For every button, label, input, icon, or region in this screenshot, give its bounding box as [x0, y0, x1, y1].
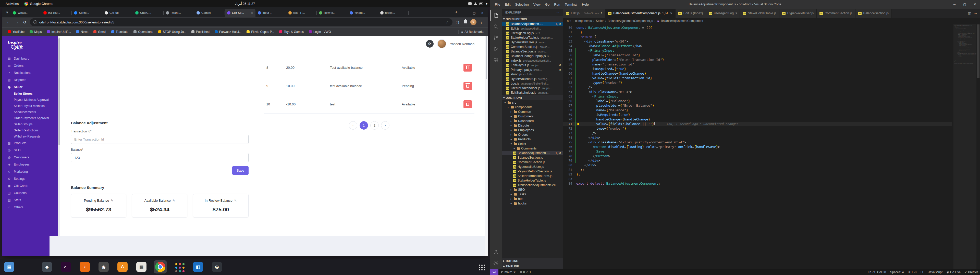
bookmark-item[interactable]: Flavio Copes P...: [245, 29, 276, 34]
edit-pencil-icon[interactable]: ✎: [234, 199, 237, 202]
indentation-item[interactable]: Spaces: 4: [888, 269, 906, 275]
open-editors-header[interactable]: ▾ OPEN EDITORS: [502, 16, 563, 22]
sidebar-item-gift-cards[interactable]: ▣Gift Cards: [2, 182, 58, 190]
tree-folder-customers[interactable]: ▸Customers: [502, 114, 563, 119]
sidebar-item-dashboard[interactable]: ▦Dashboard: [2, 55, 58, 62]
tree-file-hyperwalletuser-js[interactable]: JSHyperwalletUser.js: [502, 164, 563, 169]
tree-file-balanceadjustmentc-[interactable]: JSBalanceAdjustmentC...1, M: [502, 151, 563, 155]
more-actions-icon[interactable]: ⋯: [974, 11, 977, 15]
open-editor-item[interactable]: JSindex.jssrc/pages/Seller/Sell...: [502, 58, 563, 63]
tree-file-payoutmethodsection-js[interactable]: JSPayoutMethodSection.js: [502, 169, 563, 174]
open-editor-item[interactable]: JSBalanceAdjustmentC...1, M: [502, 22, 563, 26]
bookmark-item[interactable]: STOP Using Ja...: [156, 29, 188, 34]
user-avatar[interactable]: [437, 39, 446, 48]
settings-gear-icon[interactable]: [490, 258, 502, 269]
tree-file-sellerinformationform-js[interactable]: JSSellerInformationForm.js: [502, 174, 563, 178]
encoding-item[interactable]: UTF-8: [906, 269, 918, 275]
sidebar-item-coupons[interactable]: ◫Coupons: [2, 190, 58, 197]
sidebar-scrollbar[interactable]: [58, 36, 60, 256]
menu-run[interactable]: Run: [552, 3, 563, 6]
delete-button[interactable]: [463, 100, 472, 108]
lightbulb-icon[interactable]: [577, 123, 579, 125]
dock-icon-firefox[interactable]: [21, 260, 35, 273]
tree-file-transactionadjustmentsec-[interactable]: JSTransactionAdjustmentSec...: [502, 183, 563, 187]
breadcrumb-item[interactable]: src: [567, 19, 571, 23]
extensions-icon[interactable]: [462, 20, 469, 24]
editor-tab[interactable]: JSuserAgentLog.js: [706, 9, 740, 18]
sidebar-subitem-order-payments-approval[interactable]: Order Payments Approval: [2, 115, 58, 121]
menu-help[interactable]: Help: [579, 3, 591, 6]
sidebar-item-stats[interactable]: ▥Stats: [2, 197, 58, 204]
close-button[interactable]: ✕: [970, 3, 980, 6]
tree-folder-comments[interactable]: ▸Comments: [502, 146, 563, 151]
remote-indicator[interactable]: ><: [490, 269, 498, 275]
bookmark-item[interactable]: Maps: [27, 29, 44, 34]
open-editor-item[interactable]: JSHyperwalletUser.jssrc/co...: [502, 40, 563, 44]
bookmark-item[interactable]: Published: [189, 29, 212, 34]
dock-icon-rhythmbox[interactable]: ♪: [78, 260, 91, 273]
tree-folder-seo[interactable]: ▸SEO: [502, 187, 563, 192]
breadcrumb-item[interactable]: BalanceAdjustmentComponent.js: [608, 19, 653, 23]
maximize-button[interactable]: ▢: [959, 3, 970, 6]
sidebar-subitem-seller-payout-methods[interactable]: Seller Payout Methods: [2, 103, 58, 109]
open-editor-item[interactable]: JSstring.jssrc/utils: [502, 72, 563, 77]
dock-icon-terminal[interactable]: >_: [59, 260, 73, 273]
menu-file[interactable]: File: [493, 3, 503, 6]
explorer-actions-icon[interactable]: ⋯: [557, 11, 559, 14]
open-editor-item[interactable]: JSCreateStakeholder.jssrc/pa...: [502, 86, 563, 90]
pagination-next[interactable]: ›: [381, 121, 390, 130]
menu-selection[interactable]: Selection: [513, 3, 531, 6]
browser-tab[interactable]: input ...: [256, 9, 286, 17]
search-icon[interactable]: [490, 21, 502, 32]
open-editor-item[interactable]: JSEditPayout.jssrc/pa...M: [502, 63, 563, 68]
forward-button[interactable]: →: [14, 20, 20, 24]
tree-folder-common[interactable]: ▸Common: [502, 109, 563, 114]
tree-folder-tasks[interactable]: ▸Tasks: [502, 192, 563, 197]
show-apps-icon[interactable]: [479, 265, 480, 266]
tree-folder-hoc[interactable]: ▸hoc: [502, 197, 563, 201]
dock-icon-vscode[interactable]: ◧: [191, 260, 205, 273]
sidebar-item-products[interactable]: ▩Products: [2, 139, 58, 147]
open-editor-item[interactable]: JSuserAgentLog.jssrc/...: [502, 31, 563, 35]
sidebar-item-marketing[interactable]: ◇Marketing: [2, 168, 58, 175]
browser-menu-icon[interactable]: ⋮: [478, 20, 485, 24]
breadcrumb-item[interactable]: BalanceAdjustmentComponent: [661, 19, 703, 23]
bookmark-item[interactable]: Operations: [131, 29, 155, 34]
bookmark-star-icon[interactable]: ☆: [445, 20, 449, 24]
minimap[interactable]: const BalanceAdjustmentComponent = (({ }…: [953, 24, 977, 269]
menu-go[interactable]: Go: [543, 3, 552, 6]
browser-tab[interactable]: How to...: [317, 9, 347, 17]
open-editor-item[interactable]: JSCommentSection.jssrc/co...: [502, 44, 563, 49]
bookmark-item[interactable]: Inspire Uplift...: [45, 29, 73, 34]
dock-icon-chrome[interactable]: [154, 260, 167, 273]
sidebar-item-others[interactable]: ◌Others: [2, 204, 58, 211]
bookmark-item[interactable]: Login - VWO: [307, 29, 333, 34]
sidebar-subitem-announcements[interactable]: Announcements: [2, 109, 58, 115]
bookmark-item[interactable]: Toys & Games: [277, 29, 306, 34]
pagination-prev[interactable]: ‹: [349, 121, 357, 130]
balance-input[interactable]: [71, 153, 248, 162]
editor-tab[interactable]: JSBalanceAdjustmentComponent.js1, M✕: [605, 9, 675, 18]
sidebar-subitem-payout-methods-approval[interactable]: Payout Methods Approval: [2, 97, 58, 103]
editor-scrollbar[interactable]: [977, 24, 980, 269]
tab-search-icon[interactable]: ▾: [4, 9, 11, 16]
git-branch-item[interactable]: main* ↻: [498, 269, 518, 275]
menu-terminal[interactable]: Terminal: [563, 3, 579, 6]
close-button[interactable]: ✕: [479, 11, 486, 15]
scrollbar-thumb[interactable]: [977, 24, 980, 78]
browser-tab[interactable]: <input...: [347, 9, 378, 17]
split-editor-icon[interactable]: ◫: [968, 11, 971, 15]
sidebar-subitem-seller-restrictions[interactable]: Seller Restrictions: [2, 127, 58, 133]
browser-tab[interactable]: css - H...: [286, 9, 317, 17]
open-editor-item[interactable]: JSBalanceSection.jssrc/co...: [502, 49, 563, 54]
dock-icon-app-launcher[interactable]: [172, 260, 186, 273]
extensions-icon[interactable]: [490, 54, 502, 66]
tab-close-icon[interactable]: ✕: [670, 12, 673, 15]
tree-folder-seller[interactable]: ▾Seller: [502, 142, 563, 146]
dock-icon-screenshot-tool[interactable]: ◉: [97, 260, 110, 273]
profile-avatar[interactable]: Y: [470, 19, 476, 25]
activities-button[interactable]: Activities: [3, 2, 22, 6]
sidebar-item-settings[interactable]: ⚙Settings: [2, 175, 58, 182]
user-name[interactable]: Yaseen Rehman: [450, 42, 474, 46]
tree-folder-components[interactable]: ▾components: [502, 105, 563, 109]
